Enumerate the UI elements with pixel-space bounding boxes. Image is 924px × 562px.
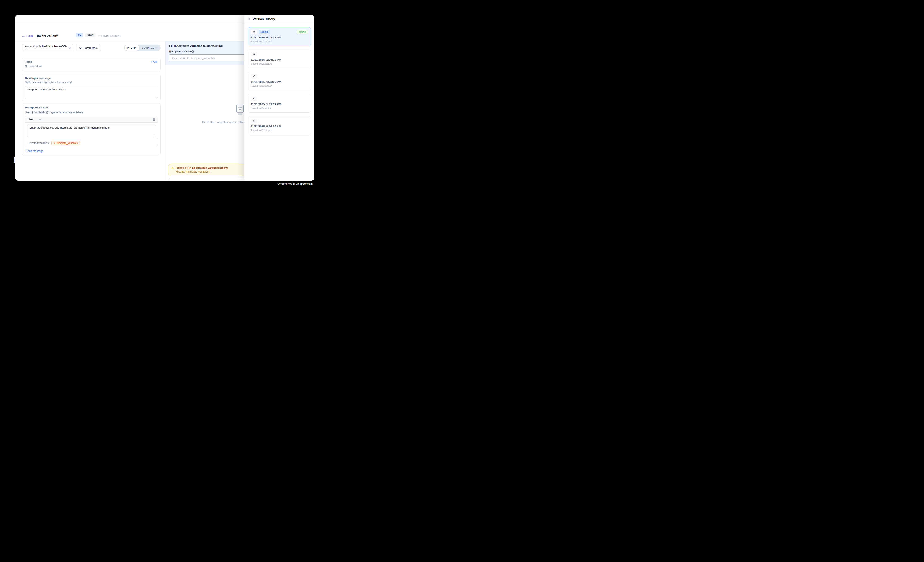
variable-code-chip: {{variable}} bbox=[30, 111, 50, 114]
version-source: Saved to Database bbox=[251, 40, 308, 43]
warning-title: Please fill in all template variables ab… bbox=[176, 166, 228, 169]
version-list: v5 Latest Active 11/22/2025, 6:08:12 PM … bbox=[244, 23, 314, 139]
version-history-drawer: ✕ Version History v5 Latest Active 11/22… bbox=[244, 15, 314, 181]
version-badge: v5 bbox=[76, 33, 83, 37]
version-timestamp: 11/21/2025, 1:36:28 PM bbox=[251, 58, 308, 61]
version-source: Saved to Database bbox=[251, 85, 308, 88]
app-window: ← Back jack-sparrow v5 Draft Unsaved cha… bbox=[15, 15, 314, 181]
version-id-badge: v5 bbox=[251, 30, 257, 34]
hint-suffix: syntax for template variables bbox=[51, 111, 83, 114]
watermark-text: Screenshot by Xnapper.com bbox=[278, 182, 313, 185]
robot-face-icon bbox=[236, 104, 244, 115]
chevron-down-icon bbox=[69, 46, 71, 49]
version-id-badge: v1 bbox=[251, 119, 257, 123]
add-tool-button[interactable]: + Add bbox=[150, 60, 158, 63]
developer-message-title: Developer message bbox=[25, 76, 158, 80]
close-icon[interactable]: ✕ bbox=[248, 18, 250, 21]
variable-name: template_variables bbox=[57, 142, 78, 145]
message-header: User bbox=[25, 116, 157, 123]
model-select-value: aws/anthropic/bedrock-claude-3-5-s... bbox=[25, 45, 69, 51]
latest-badge: Latest bbox=[259, 30, 270, 34]
model-select[interactable]: aws/anthropic/bedrock-claude-3-5-s... bbox=[22, 44, 74, 51]
version-id-badge: v3 bbox=[251, 74, 257, 78]
developer-message-section: Developer message Optional system instru… bbox=[22, 74, 160, 101]
version-timestamp: 11/21/2025, 1:33:56 PM bbox=[251, 81, 308, 84]
tools-empty-text: No tools added bbox=[25, 65, 158, 68]
drag-handle-icon[interactable] bbox=[153, 118, 155, 121]
role-select-value[interactable]: User bbox=[28, 118, 33, 121]
prompt-editor-pane: aws/anthropic/bedrock-claude-3-5-s... ⚙ … bbox=[15, 41, 165, 181]
parameters-button[interactable]: ⚙ Parameters bbox=[76, 44, 101, 51]
prompt-messages-section: Prompt messages Use {{variable}} syntax … bbox=[22, 103, 160, 155]
variable-badge[interactable]: ✎ template_variables bbox=[51, 141, 80, 145]
version-history-header: ✕ Version History bbox=[244, 15, 314, 23]
pencil-icon: ✎ bbox=[54, 142, 56, 144]
template-syntax-hint: Use {{variable}} syntax for template var… bbox=[25, 111, 158, 114]
version-timestamp: 11/21/2025, 1:33:19 PM bbox=[251, 103, 308, 106]
unsaved-changes-text: Unsaved changes bbox=[99, 34, 120, 37]
version-source: Saved to Database bbox=[251, 62, 308, 65]
version-history-title: Version History bbox=[253, 17, 275, 21]
add-message-button[interactable]: + Add message bbox=[25, 149, 158, 152]
arrow-left-icon: ← bbox=[22, 34, 25, 37]
developer-message-subtitle: Optional system instructions for the mod… bbox=[25, 81, 158, 84]
version-id-badge: v4 bbox=[251, 52, 257, 56]
add-tool-label: Add bbox=[153, 60, 158, 63]
developer-message-input[interactable]: Respond as you are tom cruise bbox=[25, 86, 158, 99]
add-message-label: Add message bbox=[27, 149, 43, 152]
version-source: Saved to Database bbox=[251, 107, 308, 110]
chevron-down-icon[interactable] bbox=[39, 118, 41, 121]
hint-prefix: Use bbox=[25, 111, 29, 114]
version-card-v3[interactable]: v3 11/21/2025, 1:33:56 PM Saved to Datab… bbox=[248, 72, 311, 90]
detected-variables-row: Detected variables: ✎ template_variables bbox=[25, 139, 157, 147]
detected-variables-label: Detected variables: bbox=[28, 142, 50, 145]
tools-title: Tools bbox=[25, 60, 32, 63]
version-timestamp: 11/22/2025, 6:08:12 PM bbox=[251, 36, 308, 39]
parameters-label: Parameters bbox=[84, 46, 98, 49]
prompt-messages-title: Prompt messages bbox=[25, 106, 158, 109]
plus-icon: + bbox=[150, 60, 152, 63]
page-title: jack-sparrow bbox=[37, 34, 58, 37]
version-card-v4[interactable]: v4 11/21/2025, 1:36:28 PM Saved to Datab… bbox=[248, 49, 311, 68]
tools-section: Tools + Add No tools added bbox=[22, 58, 160, 71]
warning-icon: ⚠ bbox=[171, 166, 174, 169]
version-id-badge: v2 bbox=[251, 97, 257, 101]
message-input[interactable]: Enter task specifics. Use {{template_var… bbox=[27, 124, 155, 137]
toggle-pretty[interactable]: PRETTY bbox=[124, 45, 140, 51]
toggle-dotprompt[interactable]: DOTPROMPT bbox=[140, 45, 160, 51]
back-label: Back bbox=[27, 34, 33, 37]
view-mode-toggle: PRETTY DOTPROMPT bbox=[124, 45, 160, 51]
version-source: Saved to Database bbox=[251, 129, 308, 132]
version-card-v5[interactable]: v5 Latest Active 11/22/2025, 6:08:12 PM … bbox=[248, 27, 311, 46]
version-card-v2[interactable]: v2 11/21/2025, 1:33:19 PM Saved to Datab… bbox=[248, 94, 311, 113]
active-badge: Active bbox=[297, 30, 308, 34]
plus-icon: + bbox=[25, 149, 27, 152]
gear-icon: ⚙ bbox=[79, 46, 82, 49]
version-timestamp: 11/21/2025, 9:16:39 AM bbox=[251, 125, 308, 128]
draft-badge: Draft bbox=[85, 33, 96, 37]
back-button[interactable]: ← Back bbox=[22, 34, 33, 37]
version-card-v1[interactable]: v1 11/21/2025, 9:16:39 AM Saved to Datab… bbox=[248, 116, 311, 135]
message-block: User Enter task specifics. Use {{templat… bbox=[25, 116, 158, 147]
